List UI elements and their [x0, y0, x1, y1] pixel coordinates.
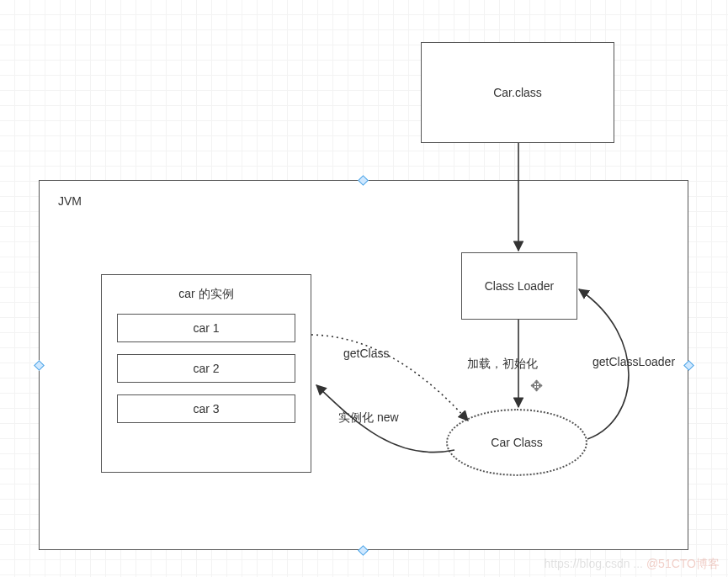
edge-label-getclassloader: getClassLoader: [592, 355, 675, 368]
car-instances-title: car 的实例: [117, 287, 295, 302]
class-loader-label: Class Loader: [485, 279, 555, 293]
edge-label-getclass: getClass: [343, 347, 389, 360]
car-class-file-box[interactable]: Car.class: [421, 42, 614, 143]
class-loader-box[interactable]: Class Loader: [461, 252, 577, 320]
instance-label: car 3: [193, 402, 219, 416]
car-class-file-label: Car.class: [493, 86, 542, 99]
watermark: https://blog.csdn ... @51CTO博客: [545, 557, 720, 572]
car-instances-box[interactable]: car 的实例 car 1 car 2 car 3: [101, 274, 311, 473]
car-class-ellipse-label: Car Class: [491, 436, 542, 449]
instance-label: car 2: [193, 362, 219, 375]
instance-row-1[interactable]: car 1: [117, 314, 295, 342]
move-cursor-icon: ✥: [530, 378, 543, 394]
edge-label-instantiate: 实例化 new: [338, 410, 399, 426]
instance-label: car 1: [193, 321, 219, 335]
edge-label-loadinit: 加载，初始化: [467, 357, 538, 372]
watermark-prefix: https://blog.csdn ...: [545, 557, 646, 570]
instance-row-3[interactable]: car 3: [117, 394, 295, 423]
car-class-ellipse[interactable]: Car Class: [446, 409, 587, 476]
instance-row-2[interactable]: car 2: [117, 354, 295, 383]
jvm-label: JVM: [58, 194, 82, 208]
watermark-brand: @51CTO博客: [646, 557, 720, 570]
